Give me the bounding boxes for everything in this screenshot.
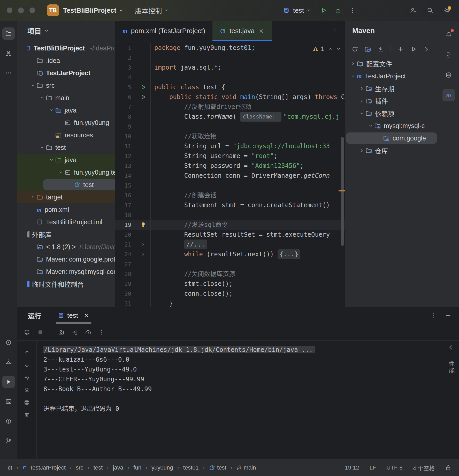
breadcrumb-item[interactable]: test01 (183, 464, 199, 471)
breadcrumb-item[interactable]: fun (133, 464, 141, 471)
tree-item-.idea[interactable]: .idea (17, 54, 115, 67)
download-sources-icon[interactable] (378, 46, 384, 52)
maven-tool-window-icon[interactable]: m (442, 89, 455, 101)
chevron-down-icon[interactable] (57, 170, 65, 174)
indent-style[interactable]: 4 个空格 (413, 464, 435, 472)
line-number[interactable]: 12 (115, 153, 136, 159)
line-number[interactable]: 13 (115, 163, 136, 169)
problems-icon[interactable] (2, 415, 15, 427)
chevron-right-icon[interactable] (358, 86, 366, 91)
line-number[interactable]: 24 (115, 251, 136, 258)
line-number[interactable]: 14 (115, 173, 136, 179)
execute-maven-goal-icon[interactable] (410, 46, 417, 52)
project-panel-title[interactable]: 项目 (27, 26, 41, 36)
breadcrumb-item[interactable]: TestJarProject (22, 464, 65, 471)
tree-item--[interactable]: 外部库 (17, 228, 115, 241)
breadcrumb-item[interactable]: mmain (236, 464, 256, 471)
tree-item-fun.yuy0ung[interactable]: fun.yuy0ung (17, 116, 115, 129)
maven-item--[interactable]: 依赖项 (345, 107, 438, 120)
search-everywhere-icon[interactable] (427, 7, 433, 13)
maven-item-testjarproject[interactable]: mTestJarProject (345, 70, 438, 82)
sync-maven-icon[interactable] (352, 46, 358, 52)
tree-item-src[interactable]: src (17, 79, 115, 92)
chevron-down-icon[interactable] (349, 74, 357, 78)
clear-console-icon[interactable] (24, 412, 30, 418)
chevron-down-icon[interactable] (367, 124, 374, 128)
line-number[interactable]: 2 (115, 55, 136, 61)
code-line-2[interactable]: 2 (115, 53, 345, 63)
scroll-to-end-icon[interactable] (24, 387, 30, 393)
chevron-right-icon[interactable] (358, 99, 366, 103)
maven-item--[interactable]: 配置文件 (345, 57, 438, 70)
tree-item-main[interactable]: main (17, 92, 115, 104)
run-line-icon[interactable] (140, 94, 146, 100)
tree-item-maven-mysql-mysql-conne[interactable]: Maven: mysql:mysql-conne (17, 265, 115, 278)
console-settings-icon[interactable] (72, 329, 78, 335)
more-icon[interactable] (430, 312, 436, 318)
code-line-15[interactable]: 15 (115, 181, 345, 190)
line-number[interactable]: 16 (115, 192, 136, 199)
code-line-3[interactable]: 3import java.sql.*; (115, 63, 345, 72)
line-number[interactable]: 6 (115, 94, 136, 100)
line-number[interactable]: 1 (115, 45, 136, 51)
terminal-icon[interactable] (2, 395, 15, 408)
more-run-actions-icon[interactable] (349, 7, 356, 13)
tree-item-pom.xml[interactable]: mpom.xml (17, 203, 115, 216)
code-line-4[interactable]: 4 (115, 72, 345, 82)
tree-item-java[interactable]: java (17, 154, 115, 166)
code-line-5[interactable]: 5public class test { (115, 82, 345, 92)
code-line-14[interactable]: 14 Connection conn = DriverManager.getCo… (115, 171, 345, 181)
code-line-6[interactable]: 6 public static void main(String[] args)… (115, 92, 345, 102)
chevron-down-icon[interactable] (38, 145, 46, 150)
code-line-11[interactable]: 11 String url = "jdbc:mysql://localhost:… (115, 141, 345, 151)
project-menu[interactable]: TestBliBliProject (63, 6, 123, 14)
maximize-window-icon[interactable] (29, 8, 35, 13)
code-line-29[interactable]: 29 stmt.close(); (115, 279, 345, 289)
run-tab[interactable]: test (56, 307, 91, 324)
editor-tab[interactable]: test.java (212, 21, 272, 41)
code-line-21[interactable]: 21 //... (115, 240, 345, 249)
line-number[interactable]: 10 (115, 133, 136, 140)
tree-item-test[interactable]: test (17, 141, 115, 154)
code-line-20[interactable]: 20 ResultSet resultSet = stmt.executeQue… (115, 230, 345, 240)
file-encoding[interactable]: UTF-8 (386, 464, 402, 471)
code-line-24[interactable]: 24 while (resultSet.next()) {...} (115, 249, 345, 259)
editor-tab[interactable]: mpom.xml (TestJarProject) (115, 21, 212, 41)
next-occurrence-icon[interactable] (24, 362, 30, 368)
structure-icon[interactable] (2, 47, 15, 60)
endpoints-icon[interactable] (2, 356, 15, 368)
code-line-17[interactable]: 17 Statement stmt = conn.createStatement… (115, 200, 345, 210)
intention-bulb-icon[interactable] (140, 222, 146, 228)
line-number[interactable]: 15 (115, 182, 136, 189)
code-line-27[interactable]: 27 (115, 259, 345, 269)
maven-item-com.google[interactable]: com.google (345, 132, 438, 144)
line-number[interactable]: 29 (115, 281, 136, 287)
print-icon[interactable] (24, 399, 30, 405)
close-tab-icon[interactable] (258, 28, 264, 34)
reload-maven-projects-icon[interactable] (365, 46, 371, 52)
stop-icon[interactable] (37, 329, 43, 335)
line-number[interactable]: 21 (115, 241, 136, 248)
chevron-down-icon[interactable] (48, 108, 55, 112)
collapse-panel-icon[interactable] (448, 344, 454, 351)
run-configuration-icon[interactable] (283, 7, 289, 13)
chevron-right-icon[interactable] (358, 148, 366, 153)
line-number[interactable]: 17 (115, 202, 136, 209)
add-maven-project-icon[interactable] (397, 46, 404, 52)
line-number[interactable]: 11 (115, 143, 136, 150)
maven-item-mysql-mysql-c[interactable]: mysql:mysql-c (345, 120, 438, 132)
tree-item-testblibliproject[interactable]: TestBliBliProject~/IdeaProjec (17, 42, 115, 54)
minimize-window-icon[interactable] (18, 8, 24, 13)
code-line-12[interactable]: 12 String username = "root"; (115, 151, 345, 161)
run-tool-window-icon[interactable] (2, 376, 15, 388)
tree-item--1.8-2-[interactable]: < 1.8 (2) >/Library/Java/Jav (17, 241, 115, 253)
maven-item--[interactable]: 生存期 (345, 82, 438, 95)
tree-item-target[interactable]: target (17, 191, 115, 203)
version-control-icon[interactable] (2, 435, 15, 447)
line-number[interactable]: 27 (115, 261, 136, 267)
line-number[interactable]: 18 (115, 212, 136, 218)
more-icon[interactable] (98, 329, 105, 335)
ai-assistant-icon[interactable] (442, 49, 455, 61)
side-panel-label[interactable]: 性能 (447, 361, 455, 374)
rerun-icon[interactable] (24, 329, 30, 335)
